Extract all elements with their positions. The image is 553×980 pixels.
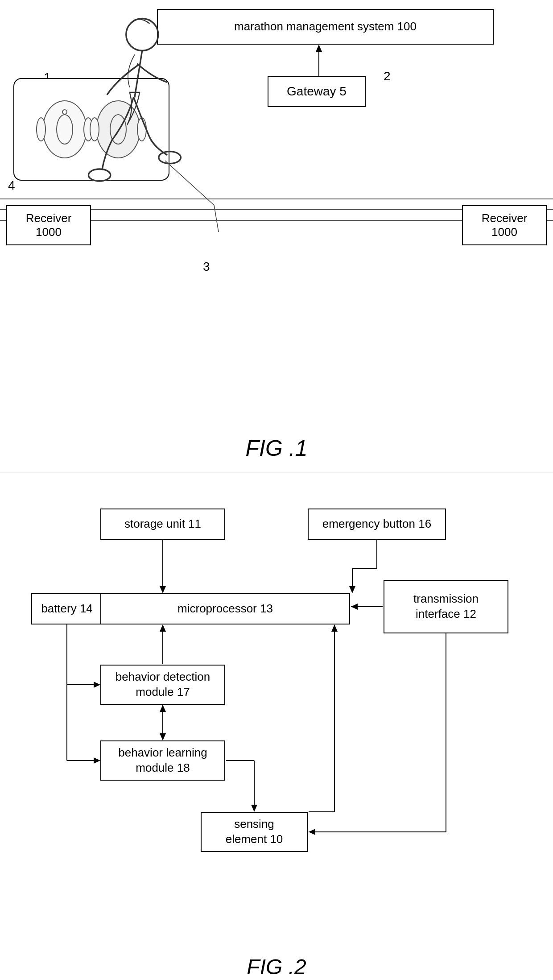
label-4: 4 xyxy=(8,178,15,193)
sensing-element-label: sensing element 10 xyxy=(226,817,283,847)
storage-unit-label: storage unit 11 xyxy=(124,517,201,532)
emergency-button-label: emergency button 16 xyxy=(322,517,431,532)
receiver-right-label: Receiver1000 xyxy=(482,211,528,239)
svg-marker-23 xyxy=(94,757,100,764)
mms-label: marathon management system 100 xyxy=(234,19,417,34)
transmission-interface-box: transmission interface 12 xyxy=(384,580,508,633)
fig1-section: marathon management system 100 Gateway 5… xyxy=(0,0,553,473)
svg-line-5 xyxy=(135,51,142,98)
behavior-detection-box: behavior detection module 17 xyxy=(100,665,225,705)
svg-marker-13 xyxy=(349,586,355,593)
svg-point-6 xyxy=(88,169,111,181)
svg-marker-20 xyxy=(94,682,100,688)
fig2-arrows-svg xyxy=(31,491,522,946)
sensing-element-box: sensing element 10 xyxy=(201,812,308,852)
fig2-diagram: storage unit 11 emergency button 16 batt… xyxy=(31,491,522,946)
label-2: 2 xyxy=(384,69,391,83)
storage-unit-box: storage unit 11 xyxy=(100,509,225,540)
receiver-left-label: Receiver1000 xyxy=(26,211,72,239)
svg-marker-1 xyxy=(316,45,322,52)
receiver-right-box: Receiver1000 xyxy=(462,205,547,245)
fig2-section: storage unit 11 emergency button 16 batt… xyxy=(0,473,553,980)
label-3: 3 xyxy=(203,260,210,274)
fig1-title: FIG .1 xyxy=(246,435,308,461)
battery-box: battery 14 xyxy=(31,593,103,624)
svg-marker-31 xyxy=(251,805,257,812)
battery-label: battery 14 xyxy=(41,601,93,616)
svg-marker-25 xyxy=(160,624,166,632)
page: marathon management system 100 Gateway 5… xyxy=(0,0,553,980)
gateway-box: Gateway 5 xyxy=(268,76,366,107)
microprocessor-box: microprocessor 13 xyxy=(100,593,350,624)
svg-point-7 xyxy=(159,152,181,164)
svg-marker-27 xyxy=(160,705,166,712)
behavior-detection-label: behavior detection module 17 xyxy=(116,670,210,700)
fig2-title: FIG .2 xyxy=(0,955,553,980)
svg-marker-28 xyxy=(160,733,166,740)
emergency-button-box: emergency button 16 xyxy=(308,509,446,540)
behavior-learning-label: behavior learning module 18 xyxy=(118,745,207,776)
behavior-learning-box: behavior learning module 18 xyxy=(100,740,225,781)
arrow-gateway-to-mms xyxy=(312,45,326,76)
transmission-interface-label: transmission interface 12 xyxy=(413,591,479,622)
microprocessor-label: microprocessor 13 xyxy=(177,601,273,616)
svg-marker-37 xyxy=(309,829,315,835)
gateway-label: Gateway 5 xyxy=(287,83,347,99)
runner-figure xyxy=(27,4,227,205)
svg-marker-9 xyxy=(160,586,166,593)
receiver-left-box: Receiver1000 xyxy=(6,205,91,245)
svg-marker-17 xyxy=(351,604,358,610)
svg-marker-34 xyxy=(331,624,338,632)
